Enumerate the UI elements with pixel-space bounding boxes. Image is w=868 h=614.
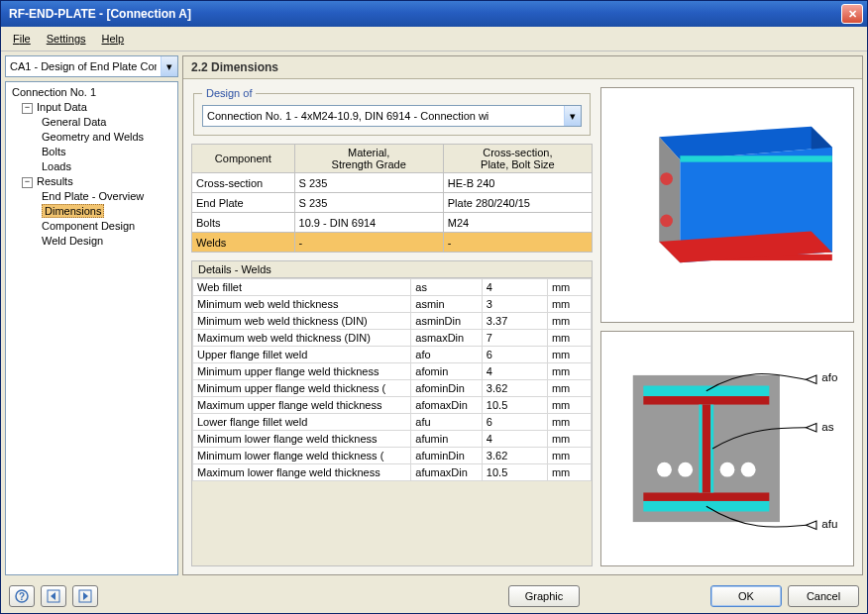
- section-diagram: afo as afu: [600, 331, 854, 566]
- design-of-group: Design of ▾: [193, 87, 591, 136]
- ok-button[interactable]: OK: [710, 585, 782, 607]
- svg-rect-13: [643, 492, 769, 500]
- nav-tree[interactable]: Connection No. 1 −Input Data General Dat…: [5, 81, 178, 575]
- menubar: File Settings Help: [1, 27, 867, 51]
- table-row[interactable]: Minimum upper flange weld thicknessafomi…: [193, 363, 592, 380]
- tree-root[interactable]: Connection No. 1: [8, 85, 175, 100]
- tree-item[interactable]: Geometry and Welds: [8, 130, 175, 145]
- cancel-button[interactable]: Cancel: [788, 585, 859, 607]
- footer: ? Graphic OK Cancel: [1, 579, 867, 613]
- next-button[interactable]: [72, 585, 98, 607]
- col-cross: Cross-section, Plate, Bolt Size: [443, 145, 592, 173]
- help-button[interactable]: ?: [9, 585, 35, 607]
- window-title: RF-END-PLATE - [Connection A]: [5, 7, 841, 21]
- right-panel: 2.2 Dimensions Design of ▾: [182, 55, 863, 575]
- svg-point-20: [741, 462, 756, 477]
- table-row[interactable]: Welds--: [192, 233, 593, 253]
- details-title: Details - Welds: [192, 261, 592, 278]
- iso-graphic: [600, 87, 854, 323]
- tree-input[interactable]: −Input Data: [8, 100, 175, 115]
- details-table[interactable]: Web filletas4mmMinimum web weld thicknes…: [192, 278, 592, 481]
- svg-marker-23: [806, 521, 816, 529]
- table-row[interactable]: Maximum lower flange weld thicknessafuma…: [193, 464, 592, 481]
- table-row[interactable]: Minimum upper flange weld thickness (afo…: [193, 380, 592, 397]
- chevron-down-icon[interactable]: ▾: [161, 56, 177, 76]
- svg-point-19: [720, 462, 735, 477]
- table-row[interactable]: Minimum web weld thickness (DIN)asminDin…: [193, 313, 592, 330]
- svg-marker-21: [806, 375, 816, 383]
- tree-item[interactable]: Component Design: [8, 219, 175, 234]
- components-table[interactable]: Component Material, Strength Grade Cross…: [191, 144, 593, 253]
- svg-rect-14: [703, 405, 710, 493]
- label-afo: afo: [821, 370, 837, 383]
- tree-item[interactable]: Bolts: [8, 145, 175, 159]
- connection-combo-input[interactable]: [6, 56, 161, 76]
- svg-rect-4: [680, 155, 831, 161]
- svg-point-17: [657, 462, 672, 477]
- svg-rect-10: [643, 386, 769, 397]
- label-as: as: [821, 420, 833, 433]
- svg-rect-11: [643, 396, 769, 404]
- table-row[interactable]: Maximum upper flange weld thicknessafoma…: [193, 397, 592, 414]
- label-afu: afu: [821, 517, 837, 530]
- svg-rect-15: [699, 405, 702, 493]
- col-material: Material, Strength Grade: [294, 145, 443, 173]
- table-row[interactable]: Minimum web weld thicknessasmin3mm: [193, 296, 592, 313]
- menu-settings[interactable]: Settings: [39, 31, 94, 47]
- table-row[interactable]: End PlateS 235Plate 280/240/15: [192, 193, 593, 213]
- svg-point-8: [660, 215, 673, 228]
- table-row[interactable]: Upper flange fillet weldafo6mm: [193, 347, 592, 363]
- connection-combo[interactable]: ▾: [5, 55, 178, 77]
- table-row[interactable]: Maximum web weld thickness (DIN)asmaxDin…: [193, 330, 592, 347]
- tree-item[interactable]: Loads: [8, 159, 175, 174]
- table-row[interactable]: Lower flange fillet weldafu6mm: [193, 414, 592, 431]
- table-row[interactable]: Minimum lower flange weld thicknessafumi…: [193, 431, 592, 448]
- tree-item[interactable]: General Data: [8, 115, 175, 130]
- col-component: Component: [192, 145, 295, 173]
- design-of-input[interactable]: [203, 106, 564, 126]
- close-button[interactable]: ✕: [841, 4, 863, 24]
- tree-item[interactable]: End Plate - Overview: [8, 189, 175, 204]
- svg-point-18: [678, 462, 693, 477]
- svg-marker-22: [806, 424, 816, 432]
- design-of-combo[interactable]: ▾: [202, 105, 582, 127]
- svg-text:?: ?: [19, 591, 25, 602]
- table-row[interactable]: Bolts10.9 - DIN 6914M24: [192, 213, 593, 233]
- menu-file[interactable]: File: [5, 31, 39, 47]
- left-panel: ▾ Connection No. 1 −Input Data General D…: [5, 55, 178, 575]
- table-row[interactable]: Minimum lower flange weld thickness (afu…: [193, 448, 592, 464]
- app-window: RF-END-PLATE - [Connection A] ✕ File Set…: [0, 0, 868, 614]
- svg-rect-12: [643, 501, 769, 512]
- details-box: Details - Welds Web filletas4mmMinimum w…: [191, 260, 593, 566]
- svg-marker-27: [51, 592, 55, 600]
- chevron-down-icon[interactable]: ▾: [564, 106, 581, 126]
- table-row[interactable]: Web filletas4mm: [193, 279, 592, 296]
- tree-item-dimensions[interactable]: Dimensions: [8, 204, 175, 219]
- tree-results[interactable]: −Results: [8, 174, 175, 189]
- design-of-legend: Design of: [202, 87, 256, 99]
- svg-point-7: [660, 172, 673, 185]
- titlebar: RF-END-PLATE - [Connection A] ✕: [1, 1, 867, 27]
- tree-item[interactable]: Weld Design: [8, 234, 175, 249]
- menu-help[interactable]: Help: [94, 31, 133, 47]
- table-row[interactable]: Cross-sectionS 235HE-B 240: [192, 173, 593, 193]
- panel-title: 2.2 Dimensions: [183, 56, 862, 79]
- graphic-button[interactable]: Graphic: [508, 585, 580, 607]
- prev-button[interactable]: [41, 585, 66, 607]
- svg-marker-29: [83, 592, 88, 600]
